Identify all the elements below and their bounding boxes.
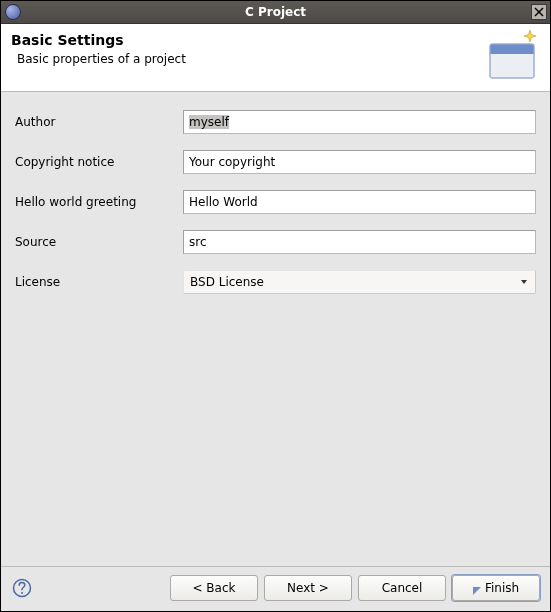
svg-rect-3 — [490, 44, 534, 54]
row-author: Author — [15, 110, 536, 134]
label-source: Source — [15, 235, 183, 249]
back-button[interactable]: < Back — [170, 575, 258, 601]
source-input[interactable] — [183, 230, 536, 254]
app-icon — [5, 4, 21, 20]
titlebar: C Project — [1, 1, 550, 24]
close-button[interactable] — [531, 4, 547, 20]
finish-button[interactable]: Finish — [452, 575, 540, 601]
button-bar: < Back Next > Cancel Finish — [1, 566, 550, 611]
license-value: BSD License — [190, 275, 519, 289]
dialog-window: C Project Basic Settings Basic propertie… — [0, 0, 551, 612]
help-button[interactable] — [11, 577, 33, 599]
default-indicator-icon — [473, 584, 481, 592]
page-description: Basic properties of a project — [17, 52, 540, 66]
finish-button-label: Finish — [485, 581, 519, 595]
svg-marker-5 — [524, 30, 536, 42]
svg-marker-6 — [521, 280, 527, 284]
help-icon — [12, 578, 32, 598]
row-license: License BSD License — [15, 270, 536, 294]
cancel-button[interactable]: Cancel — [358, 575, 446, 601]
label-greeting: Hello world greeting — [15, 195, 183, 209]
wizard-header: Basic Settings Basic properties of a pro… — [1, 24, 550, 92]
row-copyright: Copyright notice — [15, 150, 536, 174]
license-dropdown[interactable]: BSD License — [183, 270, 536, 294]
wizard-buttons: < Back Next > Cancel Finish — [170, 575, 540, 601]
svg-point-8 — [21, 592, 23, 594]
label-license: License — [15, 275, 183, 289]
row-source: Source — [15, 230, 536, 254]
chevron-down-icon — [519, 278, 529, 286]
row-greeting: Hello world greeting — [15, 190, 536, 214]
author-input[interactable] — [183, 110, 536, 134]
svg-marker-9 — [473, 587, 481, 595]
next-button[interactable]: Next > — [264, 575, 352, 601]
window-title: C Project — [1, 5, 550, 19]
page-title: Basic Settings — [11, 32, 540, 48]
wizard-banner-icon — [486, 30, 542, 86]
close-icon — [534, 7, 544, 17]
form-area: Author Copyright notice Hello world gree… — [1, 92, 550, 566]
greeting-input[interactable] — [183, 190, 536, 214]
label-copyright: Copyright notice — [15, 155, 183, 169]
copyright-input[interactable] — [183, 150, 536, 174]
label-author: Author — [15, 115, 183, 129]
